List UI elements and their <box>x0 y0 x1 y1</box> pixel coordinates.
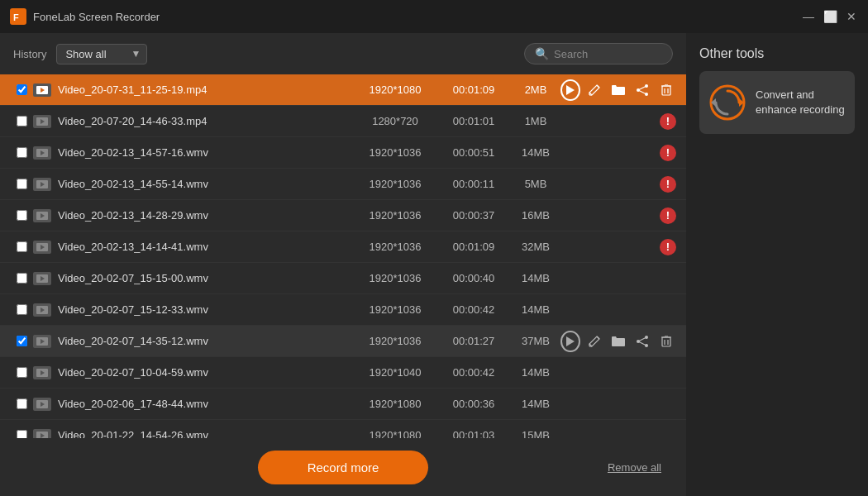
minimize-button[interactable]: — <box>802 10 815 23</box>
file-name: Video_20-07-31_11-25-19.mp4 <box>58 83 354 96</box>
file-actions: ! <box>560 113 676 130</box>
file-checkbox[interactable] <box>17 116 27 126</box>
row-checkbox[interactable] <box>10 398 33 409</box>
left-panel: History Show all Videos Images Audio ▼ 🔍… <box>0 33 686 496</box>
row-checkbox[interactable] <box>10 304 33 315</box>
error-icon[interactable]: ! <box>660 176 676 193</box>
file-actions: ! <box>560 239 676 255</box>
file-size: 14MB <box>511 272 560 284</box>
convert-text: Convert and enhance recording <box>756 88 845 117</box>
file-actions: ! <box>560 207 676 224</box>
error-icon[interactable]: ! <box>660 113 676 130</box>
table-row[interactable]: Video_20-02-07_15-12-33.wmv1920*103600:0… <box>0 294 686 326</box>
table-row[interactable]: Video_20-02-13_14-28-29.wmv1920*103600:0… <box>0 200 686 231</box>
bottom-bar: Record more Remove all <box>0 438 686 496</box>
file-checkbox[interactable] <box>17 147 27 158</box>
file-resolution: 1920*1036 <box>354 146 436 159</box>
table-row[interactable]: Video_20-07-20_14-46-33.mp41280*72000:01… <box>0 106 686 137</box>
svg-line-35 <box>597 336 599 339</box>
file-checkbox[interactable] <box>17 367 27 378</box>
file-size: 14MB <box>511 366 560 379</box>
file-size: 14MB <box>511 398 560 410</box>
play-button[interactable] <box>560 331 580 352</box>
remove-all-button[interactable]: Remove all <box>608 461 661 474</box>
file-size: 32MB <box>511 241 560 253</box>
table-row[interactable]: Video_20-02-06_17-48-44.wmv1920*108000:0… <box>0 389 686 420</box>
row-checkbox[interactable] <box>10 147 33 158</box>
file-duration: 00:01:27 <box>436 335 511 347</box>
open-folder-button[interactable] <box>609 331 628 352</box>
error-icon[interactable]: ! <box>660 239 676 255</box>
file-duration: 00:00:42 <box>436 303 511 316</box>
file-duration: 00:01:09 <box>436 83 511 96</box>
table-row[interactable]: Video_20-02-13_14-55-14.wmv1920*103600:0… <box>0 169 686 200</box>
svg-line-5 <box>597 85 599 88</box>
file-duration: 00:00:42 <box>436 366 511 379</box>
row-checkbox[interactable] <box>10 179 33 189</box>
row-checkbox[interactable] <box>10 84 33 95</box>
delete-button[interactable] <box>657 331 676 352</box>
edit-button[interactable] <box>585 331 604 352</box>
file-name: Video_20-01-22_14-54-26.wmv <box>58 429 354 438</box>
table-row[interactable]: Video_20-02-07_14-35-12.wmv1920*103600:0… <box>0 326 686 357</box>
file-duration: 00:00:11 <box>436 178 511 190</box>
close-button[interactable]: ✕ <box>845 10 858 23</box>
file-resolution: 1920*1036 <box>354 335 436 347</box>
file-thumbnail <box>33 272 51 285</box>
row-checkbox[interactable] <box>10 210 33 221</box>
row-checkbox[interactable] <box>10 116 33 126</box>
file-checkbox[interactable] <box>17 398 27 409</box>
file-duration: 00:01:03 <box>436 429 511 438</box>
share-button[interactable] <box>633 331 652 352</box>
file-checkbox[interactable] <box>17 84 27 95</box>
table-row[interactable]: Video_20-02-07_15-15-00.wmv1920*103600:0… <box>0 263 686 294</box>
svg-marker-34 <box>566 336 575 346</box>
edit-button[interactable] <box>585 79 604 101</box>
toolbar: History Show all Videos Images Audio ▼ 🔍 <box>0 33 686 74</box>
table-row[interactable]: Video_20-02-07_10-04-59.wmv1920*104000:0… <box>0 357 686 389</box>
file-duration: 00:00:37 <box>436 209 511 222</box>
record-more-button[interactable]: Record more <box>258 451 429 484</box>
main-layout: History Show all Videos Images Audio ▼ 🔍… <box>0 33 868 496</box>
row-checkbox[interactable] <box>10 430 33 438</box>
table-row[interactable]: Video_20-02-13_14-14-41.wmv1920*103600:0… <box>0 231 686 263</box>
row-checkbox[interactable] <box>10 273 33 284</box>
file-actions: ! <box>560 145 676 161</box>
app-title: FoneLab Screen Recorder <box>33 11 160 23</box>
window-controls: — ⬜ ✕ <box>802 10 858 23</box>
error-icon[interactable]: ! <box>660 207 676 224</box>
file-actions <box>560 331 676 352</box>
file-thumbnail <box>33 429 51 439</box>
row-checkbox[interactable] <box>10 241 33 252</box>
play-button[interactable] <box>560 79 580 101</box>
search-input[interactable] <box>554 48 661 60</box>
maximize-button[interactable]: ⬜ <box>823 10 837 23</box>
file-size: 5MB <box>511 178 560 190</box>
file-resolution: 1920*1080 <box>354 83 436 96</box>
error-icon[interactable]: ! <box>660 145 676 161</box>
file-resolution: 1280*720 <box>354 115 436 127</box>
filter-dropdown[interactable]: Show all Videos Images Audio <box>56 44 147 64</box>
file-resolution: 1920*1036 <box>354 303 436 316</box>
row-checkbox[interactable] <box>10 367 33 378</box>
file-checkbox[interactable] <box>17 273 27 284</box>
file-checkbox[interactable] <box>17 179 27 189</box>
file-checkbox[interactable] <box>17 336 27 346</box>
file-checkbox[interactable] <box>17 304 27 315</box>
convert-card[interactable]: Convert and enhance recording <box>699 71 855 134</box>
share-button[interactable] <box>633 79 652 101</box>
table-row[interactable]: Video_20-07-31_11-25-19.mp41920*108000:0… <box>0 74 686 106</box>
open-folder-button[interactable] <box>609 79 628 101</box>
table-row[interactable]: Video_20-01-22_14-54-26.wmv1920*108000:0… <box>0 420 686 438</box>
file-name: Video_20-02-13_14-14-41.wmv <box>58 241 354 253</box>
delete-button[interactable] <box>657 79 676 101</box>
file-checkbox[interactable] <box>17 241 27 252</box>
table-row[interactable]: Video_20-02-13_14-57-16.wmv1920*103600:0… <box>0 137 686 169</box>
file-name: Video_20-02-06_17-48-44.wmv <box>58 398 354 410</box>
file-checkbox[interactable] <box>17 430 27 438</box>
file-size: 14MB <box>511 303 560 316</box>
file-thumbnail <box>33 366 51 379</box>
file-name: Video_20-02-07_15-15-00.wmv <box>58 272 354 284</box>
row-checkbox[interactable] <box>10 336 33 346</box>
file-checkbox[interactable] <box>17 210 27 221</box>
